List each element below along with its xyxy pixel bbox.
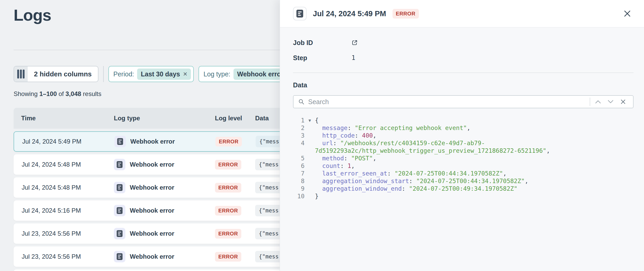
columns-icon	[14, 66, 28, 82]
panel-title: Jul 24, 2024 5:49 PM	[313, 9, 386, 18]
results-summary: Showing 1–100 of 3,048 results	[14, 90, 101, 98]
status-badge: ERROR	[215, 183, 241, 193]
code-line: 5 method: "POST",	[293, 155, 634, 162]
detail-fields: Job ID Step 1	[293, 38, 634, 62]
code-line-content: aggregation_window_end: "2024-07-25T00:4…	[315, 185, 517, 193]
code-line: 3 http_code: 400,	[293, 132, 634, 139]
gutter-spacer	[305, 193, 315, 200]
gutter-spacer	[305, 162, 315, 170]
row-time: Jul 24, 2024 5:16 PM	[14, 207, 114, 214]
close-icon[interactable]	[623, 9, 632, 18]
external-link-icon[interactable]	[352, 39, 358, 46]
code-line: 8 aggregation_window_start: "2024-07-25T…	[293, 177, 634, 185]
row-log-type: Webhook error	[114, 205, 215, 216]
search-close-icon[interactable]	[617, 98, 629, 106]
data-preview-chip: {"mess	[255, 251, 282, 262]
panel-header: Jul 24, 2024 5:49 PM ERROR	[280, 0, 644, 27]
filter-chip-label: Log type:	[203, 70, 230, 78]
collapse-toggle-icon[interactable]: ▼	[305, 117, 315, 124]
app: Logs 2 hidden columns Period: Last 30 da…	[0, 0, 644, 271]
data-preview-chip: {"mess	[256, 136, 283, 147]
log-type-icon	[114, 228, 125, 239]
search-controls	[590, 98, 629, 106]
code-line: 4 url: "/webhooks/rest/c4034159-c62e-49d…	[293, 139, 634, 147]
row-log-level: ERROR	[215, 206, 255, 216]
row-log-level: ERROR	[215, 229, 255, 239]
data-preview-chip: {"mess	[255, 159, 282, 170]
line-number: 3	[293, 132, 305, 139]
hidden-columns-button[interactable]: 2 hidden columns	[14, 66, 98, 82]
line-number: 8	[293, 177, 305, 185]
line-number: 6	[293, 162, 305, 170]
row-log-type-label: Webhook error	[130, 184, 174, 191]
line-number: 5	[293, 155, 305, 162]
code-line-content: count: 1,	[315, 162, 355, 170]
code-line-content: message: "Error accepting webhook event"…	[315, 124, 470, 132]
status-badge: ERROR	[215, 252, 241, 262]
row-log-type-label: Webhook error	[130, 207, 174, 214]
gutter-spacer	[305, 177, 315, 185]
code-search-bar	[293, 95, 634, 108]
column-header-time: Time	[14, 115, 114, 122]
row-log-level: ERROR	[215, 252, 255, 262]
status-badge: ERROR	[215, 229, 241, 239]
filter-chip-value: Last 30 days ×	[137, 69, 191, 80]
status-badge: ERROR	[393, 9, 419, 19]
row-log-level: ERROR	[215, 160, 255, 170]
code-line-content: last_error_seen_at: "2024-07-25T00:44:34…	[315, 170, 507, 177]
remove-filter-icon[interactable]: ×	[183, 71, 187, 78]
status-badge: ERROR	[215, 137, 242, 146]
code-line-content: method: "POST",	[315, 155, 376, 162]
gutter-spacer	[305, 124, 315, 132]
gutter-spacer	[305, 155, 315, 162]
gutter-spacer	[305, 170, 315, 177]
log-type-icon	[114, 205, 125, 216]
column-header-log-type: Log type	[114, 115, 215, 122]
row-time: Jul 24, 2024 5:49 PM	[14, 138, 114, 145]
hidden-columns-label: 2 hidden columns	[28, 70, 98, 78]
line-number	[293, 147, 305, 155]
filter-chip-value-text: Webhook error	[237, 70, 283, 78]
row-time: Jul 24, 2024 5:48 PM	[14, 184, 114, 191]
line-number: 1	[293, 117, 305, 124]
line-number: 10	[293, 193, 305, 200]
row-time: Jul 24, 2024 5:48 PM	[14, 161, 114, 168]
gutter-spacer	[305, 139, 315, 147]
log-entry-icon	[293, 7, 307, 20]
search-input[interactable]	[308, 98, 586, 106]
gutter-spacer	[305, 147, 315, 155]
status-badge: ERROR	[215, 206, 241, 216]
detail-field: Job ID	[293, 38, 634, 47]
row-log-type: Webhook error	[114, 182, 215, 193]
search-prev-icon[interactable]	[592, 98, 604, 105]
detail-field-label: Job ID	[293, 39, 352, 47]
row-log-type-label: Webhook error	[130, 161, 174, 168]
line-number: 4	[293, 139, 305, 147]
code-line: 7 last_error_seen_at: "2024-07-25T00:44:…	[293, 170, 634, 177]
row-log-type: Webhook error	[114, 228, 215, 239]
detail-field-value: 1	[352, 54, 355, 61]
code-line: 2 message: "Error accepting webhook even…	[293, 124, 634, 132]
row-log-type: Webhook error	[114, 251, 215, 262]
code-line: 6 count: 1,	[293, 162, 634, 170]
code-line: 9 aggregation_window_end: "2024-07-25T00…	[293, 185, 634, 193]
row-log-type-label: Webhook error	[130, 253, 174, 260]
filter-chips: Period: Last 30 days × Log type: Webhook…	[108, 66, 297, 82]
data-preview-chip: {"mess	[255, 182, 282, 193]
filter-separator	[103, 66, 104, 82]
line-number: 7	[293, 170, 305, 177]
search-controls-separator	[590, 98, 590, 106]
code-line-content: http_code: 400,	[315, 132, 376, 139]
row-log-type-label: Webhook error	[130, 138, 175, 145]
section-divider	[293, 72, 634, 73]
code-line: 7d5192293a2c/http_webhook_trigger_us_pre…	[293, 147, 634, 155]
json-code-viewer[interactable]: 1▼{2 message: "Error accepting webhook e…	[293, 117, 634, 200]
detail-field-label: Step	[293, 54, 352, 62]
code-line-content: aggregation_window_start: "2024-07-25T00…	[315, 177, 528, 185]
gutter-spacer	[305, 132, 315, 139]
log-type-icon	[114, 182, 125, 193]
data-section-label: Data	[293, 81, 634, 89]
filter-bar: 2 hidden columns Period: Last 30 days × …	[14, 66, 297, 82]
search-next-icon[interactable]	[604, 98, 617, 105]
page-title: Logs	[14, 6, 51, 24]
